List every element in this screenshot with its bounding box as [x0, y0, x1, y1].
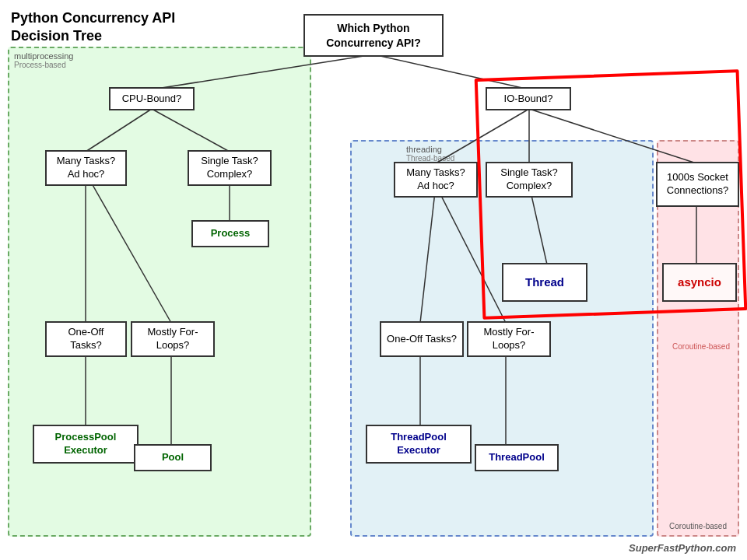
- node-sockets: 1000s Socket Connections?: [656, 162, 739, 207]
- node-thread: Thread: [502, 263, 587, 302]
- region-red-label: Coroutine-based: [661, 522, 735, 530]
- node-io-forloop: Mostly For-Loops?: [467, 321, 551, 357]
- node-pool: Pool: [134, 444, 212, 471]
- node-cpu-oneoff: One-Off Tasks?: [45, 321, 127, 357]
- node-cpu-many: Many Tasks? Ad hoc?: [45, 150, 127, 186]
- node-process: Process: [191, 220, 269, 247]
- coroutine-label: Coroutine-based: [662, 342, 740, 351]
- region-blue-label: threading: [406, 145, 442, 154]
- page-title: Python Concurrency API Decision Tree: [11, 9, 175, 46]
- node-io-oneoff: One-Off Tasks?: [380, 321, 464, 357]
- node-io-many: Many Tasks? Ad hoc?: [394, 162, 478, 198]
- page: Python Concurrency API Decision Tree mul…: [0, 0, 747, 560]
- node-root: Which Python Concurrency API?: [303, 14, 444, 57]
- node-cpu-forloop: Mostly For-Loops?: [131, 321, 215, 357]
- region-green-sublabel: Process-based: [14, 61, 66, 69]
- node-cpu-single: Single Task? Complex?: [188, 150, 272, 186]
- region-green-label: multiprocessing: [14, 51, 73, 61]
- node-asyncio: asyncio: [662, 263, 737, 302]
- node-io-single: Single Task? Complex?: [486, 162, 573, 198]
- node-threadpool: ThreadPool: [475, 444, 559, 471]
- watermark: SuperFastPython.com: [629, 542, 736, 554]
- svg-line-1: [374, 54, 529, 89]
- node-threadpoolexecutor: ThreadPool Executor: [366, 425, 472, 464]
- node-processpoolexecutor: ProcessPool Executor: [33, 425, 139, 464]
- node-io-bound: IO-Bound?: [486, 87, 571, 110]
- node-cpu-bound: CPU-Bound?: [109, 87, 195, 110]
